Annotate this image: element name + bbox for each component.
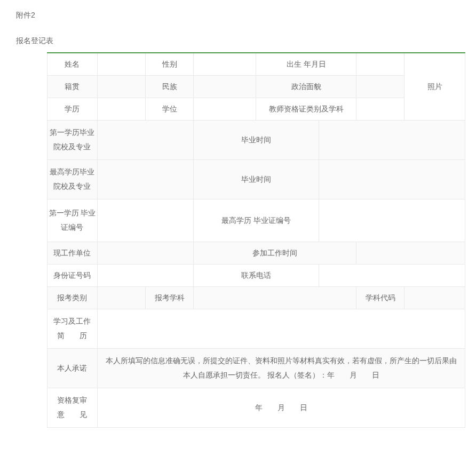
page-title: 报名登记表 [11,36,465,46]
label-photo: 照片 [404,53,465,120]
text-commitment: 本人所填写的信息准确无误，所提交的证件、资料和照片等材料真实有效，若有虚假，所产… [97,348,465,388]
value-political [356,75,404,98]
registration-table: 姓名 性别 出生 年月日 照片 籍贯 民族 政治面貌 学历 学位 教师资格证类别… [47,52,465,428]
value-highest-school [97,159,193,199]
label-subject-code: 学科代码 [356,286,404,309]
value-ethnicity [194,75,256,98]
value-native-place [97,75,145,98]
value-id-number [97,264,193,286]
value-subject-code [404,286,465,309]
value-teacher-cert [356,98,404,120]
label-gender: 性别 [145,53,193,75]
label-ethnicity: 民族 [145,75,193,98]
label-work-start: 参加工作时间 [194,242,356,264]
label-highest-school: 最高学历毕业院校及专业 [47,159,98,199]
label-id-number: 身份证号码 [47,264,98,286]
value-grad-time-2 [319,159,465,199]
label-review: 资格复审 意 见 [47,388,98,427]
attachment-label: 附件2 [11,11,465,20]
label-political: 政治面貌 [256,75,356,98]
label-name: 姓名 [47,53,98,75]
text-review: 年 月 日 [97,388,465,427]
label-first-school: 第一学历毕业院校及专业 [47,120,98,159]
registration-form: 姓名 性别 出生 年月日 照片 籍贯 民族 政治面貌 学历 学位 教师资格证类别… [11,52,465,428]
value-exam-subject [194,286,356,309]
value-gender [194,53,256,75]
label-education: 学历 [47,98,98,120]
value-name [97,53,145,75]
value-grad-time-1 [319,120,465,159]
label-commitment: 本人承诺 [47,348,98,388]
value-resume [97,309,465,348]
label-degree: 学位 [145,98,193,120]
value-work-start [356,242,465,264]
label-grad-time-2: 毕业时间 [194,159,319,199]
label-phone: 联系电话 [194,264,319,286]
label-exam-category: 报考类别 [47,286,98,309]
label-highest-cert-no: 最高学历 毕业证编号 [194,199,319,242]
label-resume: 学习及工作 简 历 [47,309,98,348]
label-birth: 出生 年月日 [256,53,356,75]
value-exam-category [97,286,145,309]
value-first-school [97,120,193,159]
label-exam-subject: 报考学科 [145,286,193,309]
value-education [97,98,145,120]
value-degree [194,98,256,120]
label-grad-time-1: 毕业时间 [194,120,319,159]
label-native-place: 籍贯 [47,75,98,98]
value-highest-cert-no [319,199,465,242]
label-first-cert-no: 第一学历 毕业证编号 [47,199,98,242]
value-first-cert-no [97,199,193,242]
label-work-unit: 现工作单位 [47,242,98,264]
value-phone [319,264,465,286]
value-birth [356,53,404,75]
value-work-unit [97,242,193,264]
label-teacher-cert: 教师资格证类别及学科 [256,98,356,120]
